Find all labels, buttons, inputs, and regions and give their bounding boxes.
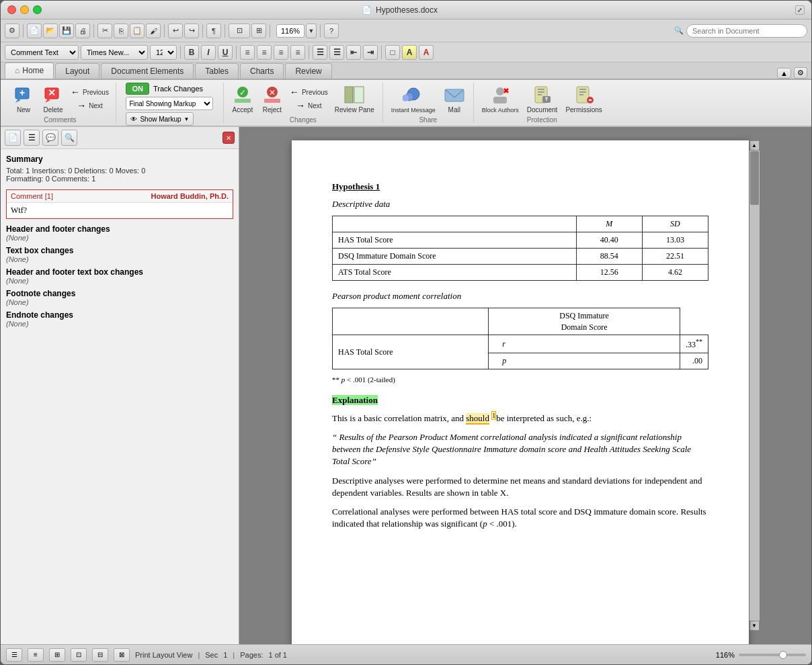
underline-btn[interactable]: U (218, 45, 233, 60)
expand-icon[interactable]: ⤢ (795, 5, 805, 15)
zoom-thumb[interactable] (779, 651, 787, 659)
change-title: Text box changes (6, 246, 233, 255)
mail-icon (444, 84, 465, 105)
ribbon-next-changes-btn[interactable]: → Next (288, 99, 329, 112)
help-btn[interactable]: ? (324, 24, 339, 38)
ribbon-new-btn[interactable]: + New (10, 83, 37, 115)
ribbon-accept-btn[interactable]: ✓ Accept (229, 83, 256, 115)
zoom-dropdown[interactable]: ▼ (306, 24, 317, 38)
minimize-button[interactable] (20, 5, 29, 14)
indent-inc-btn[interactable]: ⇥ (363, 45, 378, 60)
ribbon-review-pane-btn[interactable]: Review Pane (332, 83, 377, 115)
panel-close-btn[interactable]: ✕ (222, 132, 235, 144)
scroll-thumb[interactable] (750, 151, 759, 205)
view-btn2[interactable]: ⊞ (251, 24, 266, 38)
list-btn[interactable]: ☰ (313, 45, 327, 60)
style-select[interactable]: Comment Text (5, 45, 79, 60)
zoom-slider[interactable] (739, 654, 806, 656)
bold-btn[interactable]: B (184, 45, 199, 60)
ribbon-next-comments-btn[interactable]: → Next (69, 99, 110, 112)
undo-btn[interactable]: ↩ (168, 24, 183, 38)
view-btn-5[interactable]: ⊟ (92, 648, 108, 662)
doc-area[interactable]: Hypothesis 1 Descriptive data M SD HAS T… (239, 127, 811, 644)
ribbon-group-share: Instant Message Mail Share (383, 83, 474, 123)
view-btn-2[interactable]: ≡ (28, 648, 44, 662)
view-btn-1[interactable]: ☰ (6, 648, 22, 662)
new-doc-btn[interactable]: 📄 (27, 24, 42, 38)
ribbon-block-authors-btn[interactable]: Block Authors (479, 83, 522, 115)
pages-val: 1 of 1 (268, 651, 287, 659)
size-select[interactable]: 12 (150, 45, 177, 60)
tab-document-elements[interactable]: Document Elements (101, 63, 194, 79)
save-btn[interactable]: 💾 (59, 24, 74, 38)
panel-icon-1[interactable]: 📄 (5, 130, 21, 146)
align-left-btn[interactable]: ≡ (240, 45, 255, 60)
view-btn-6[interactable]: ⊠ (114, 648, 130, 662)
open-btn[interactable]: 📂 (43, 24, 58, 38)
font-color-btn[interactable]: A (419, 45, 434, 60)
tab-charts[interactable]: Charts (240, 63, 284, 79)
markup-select[interactable]: Final Showing Markup (126, 97, 213, 110)
svg-rect-11 (264, 99, 280, 103)
ribbon-settings-btn[interactable]: ⚙ (794, 67, 807, 79)
format-toolbar: Comment Text Times New... 12 B I U ≡ ≡ ≡… (1, 42, 811, 62)
comment-marker: 1 (491, 411, 496, 420)
ribbon-prev-changes-btn[interactable]: ← Previous (288, 86, 329, 98)
review-pane-icon (343, 84, 365, 105)
highlight-btn[interactable]: A (402, 45, 417, 60)
track-changes-toggle[interactable]: ON (126, 83, 149, 95)
sep3 (164, 24, 165, 38)
align-center-btn[interactable]: ≡ (257, 45, 272, 60)
panel-icon-3[interactable]: 💬 (42, 130, 58, 146)
tab-review[interactable]: Review (285, 63, 331, 79)
ribbon-document-btn[interactable]: Document (524, 83, 561, 115)
border-btn[interactable]: □ (385, 45, 400, 60)
print-btn[interactable]: 🖨 (75, 24, 90, 38)
comment-body[interactable]: Wtf? (7, 203, 233, 218)
track-changes-row: ON Track Changes (126, 83, 203, 95)
italic-btn[interactable]: I (201, 45, 216, 60)
collapse-ribbon-btn[interactable]: ▲ (777, 68, 791, 79)
tab-layout[interactable]: Layout (55, 63, 99, 79)
new-comment-icon: + (13, 84, 34, 105)
zoom-input[interactable]: 116% (276, 24, 304, 38)
scroll-down-btn[interactable]: ▼ (749, 621, 760, 631)
ribbon-prev-comments-btn[interactable]: ← Previous (69, 86, 110, 98)
review-panel: 📄 ☰ 💬 🔍 ✕ Summary Total: 1 Insertions: 0… (1, 127, 239, 644)
format-painter-btn[interactable]: 🖌 (146, 24, 161, 38)
ribbon-permissions-btn[interactable]: Permissions (563, 83, 604, 115)
change-section: Footnote changes(None) (6, 289, 233, 306)
justify-btn[interactable]: ≡ (290, 45, 305, 60)
reject-label: Reject (263, 106, 282, 114)
align-right-btn[interactable]: ≡ (274, 45, 288, 60)
tab-tables[interactable]: Tables (195, 63, 239, 79)
panel-search-btn[interactable]: 🔍 (61, 130, 77, 146)
ribbon-delete-btn[interactable]: ✕ Delete (40, 83, 67, 115)
toolbar-icon-1[interactable]: ⚙ (5, 24, 19, 38)
tab-home[interactable]: ⌂Home (5, 62, 54, 79)
table2-r-value: .33** (680, 335, 708, 353)
search-input[interactable] (686, 24, 807, 38)
redo-btn[interactable]: ↪ (184, 24, 199, 38)
show-markup-btn[interactable]: 👁 Show Markup ▼ (126, 112, 194, 126)
ribbon-reject-btn[interactable]: ✕ Reject (259, 83, 286, 115)
paragraph-marks-btn[interactable]: ¶ (206, 24, 221, 38)
panel-icon-2[interactable]: ☰ (24, 130, 40, 146)
table2-r-label: r (489, 335, 680, 353)
descriptive-data-label: Descriptive data (332, 198, 708, 210)
maximize-button[interactable] (33, 5, 42, 14)
ribbon-instant-msg-btn[interactable]: Instant Message (389, 83, 438, 115)
ribbon-mail-btn[interactable]: Mail (441, 83, 468, 115)
paste-btn[interactable]: 📋 (130, 24, 145, 38)
scroll-up-btn[interactable]: ▲ (749, 140, 760, 150)
font-select[interactable]: Times New... (81, 45, 148, 60)
view-btn-3[interactable]: ⊞ (49, 648, 65, 662)
numbering-btn[interactable]: ☰ (329, 45, 344, 60)
cut-btn[interactable]: ✂ (97, 24, 112, 38)
view-btn1[interactable]: ⊡ (229, 24, 250, 38)
indent-dec-btn[interactable]: ⇤ (346, 45, 361, 60)
sep-fmt4 (381, 46, 382, 59)
close-button[interactable] (7, 5, 16, 14)
copy-btn[interactable]: ⎘ (114, 24, 128, 38)
view-btn-4[interactable]: ⊡ (71, 648, 87, 662)
